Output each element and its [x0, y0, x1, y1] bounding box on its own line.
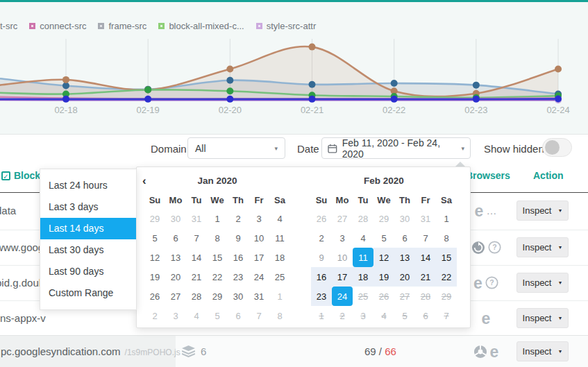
calendar-dow: Th [394, 191, 415, 209]
calendar-day[interactable]: 25 [269, 267, 290, 287]
calendar-day[interactable]: 21 [186, 267, 207, 287]
calendar-week-row: 16171819202122 [311, 267, 457, 287]
calendar-day-in[interactable]: 22 [436, 267, 457, 287]
menu-item-last-24-hours[interactable]: Last 24 hours [40, 175, 136, 196]
calendar-day[interactable]: 26 [144, 287, 165, 306]
legend-item-label: t-src [0, 21, 17, 31]
calendar-day[interactable]: 5 [144, 228, 165, 248]
calendar-day[interactable]: 12 [144, 248, 165, 267]
calendar-day[interactable]: 2 [311, 228, 332, 248]
calendar-day-in[interactable]: 23 [311, 287, 332, 306]
show-hidden-toggle[interactable] [542, 138, 572, 157]
calendar-day[interactable]: 23 [228, 267, 249, 287]
calendar-prev-icon[interactable]: ‹ [142, 175, 146, 187]
calendar-day-in[interactable]: 12 [373, 248, 394, 267]
calendar-day[interactable]: 10 [249, 228, 269, 248]
calendar-day-start[interactable]: 11 [353, 248, 373, 267]
layers-icon [182, 345, 195, 357]
calendar-day-in[interactable]: 14 [415, 248, 436, 267]
calendar-day[interactable]: 4 [353, 228, 373, 248]
inspect-button[interactable]: Inspect▼ [516, 237, 569, 257]
calendar-day[interactable]: 20 [165, 267, 186, 287]
calendar-day[interactable]: 4 [269, 209, 290, 228]
calendar-day-dis: 29 [436, 287, 457, 306]
calendar-day[interactable]: 8 [207, 228, 228, 248]
calendar-day-end[interactable]: 24 [332, 287, 353, 306]
calendar-day[interactable]: 3 [332, 228, 353, 248]
calendar-day-off: 5 [207, 306, 228, 325]
domain-select[interactable]: All ▾ [187, 137, 285, 159]
calendar-day[interactable]: 9 [228, 228, 249, 248]
calendar-day-in[interactable]: 19 [373, 267, 394, 287]
calendar-day-in[interactable]: 17 [332, 267, 353, 287]
calendar-day[interactable]: 27 [165, 287, 186, 306]
calendar-day-in[interactable]: 13 [394, 248, 415, 267]
calendar-day[interactable]: 7 [415, 228, 436, 248]
calendar-day-faded[interactable]: 10 [332, 248, 353, 267]
calendar-week-row: 1234567 [311, 306, 457, 325]
legend-item[interactable]: t-src [0, 21, 17, 31]
calendar-day[interactable]: 31 [249, 287, 269, 306]
calendar-day[interactable]: 3 [249, 209, 269, 228]
inspect-button[interactable]: Inspect▼ [516, 341, 569, 361]
calendar-day-in[interactable]: 16 [311, 267, 332, 287]
calendar-day-in[interactable]: 15 [436, 248, 457, 267]
calendar-day-dis: 7 [436, 306, 457, 325]
calendar-day[interactable]: 16 [228, 248, 249, 267]
inspect-button[interactable]: Inspect▼ [516, 200, 569, 221]
calendar-day-in[interactable]: 20 [394, 267, 415, 287]
calendar-day[interactable]: 1 [436, 209, 457, 228]
row-source-label: data [0, 205, 16, 216]
calendar-day[interactable]: 30 [228, 287, 249, 306]
legend-item[interactable]: block-all-mixed-c... [158, 21, 244, 31]
legend-item[interactable]: connect-src [29, 21, 86, 31]
menu-item-last-90-days[interactable]: Last 90 days [40, 261, 136, 282]
calendar-day[interactable]: 18 [269, 248, 290, 267]
calendar-week-row: 567891011 [144, 228, 290, 248]
calendar-day-in[interactable]: 21 [415, 267, 436, 287]
calendar-day-faded[interactable]: 9 [311, 248, 332, 267]
calendar-day[interactable]: 6 [394, 228, 415, 248]
calendar-day-off: 27 [332, 209, 353, 228]
calendar-day[interactable]: 13 [165, 248, 186, 267]
calendar-day[interactable]: 5 [373, 228, 394, 248]
calendar-day[interactable]: 8 [436, 228, 457, 248]
calendar-day[interactable]: 6 [165, 228, 186, 248]
calendar-day[interactable]: 24 [249, 267, 269, 287]
calendar-day[interactable]: 7 [186, 228, 207, 248]
calendar-dow: Su [311, 191, 332, 209]
calendar-day-in[interactable]: 18 [353, 267, 373, 287]
menu-item-last-30-days[interactable]: Last 30 days [40, 239, 136, 261]
x-axis-label: 02-20 [219, 105, 242, 115]
legend-item[interactable]: frame-src [98, 21, 146, 31]
calendar-day[interactable]: 14 [186, 248, 207, 267]
calendar-day-off: 30 [165, 209, 186, 228]
calendar-day-dis: 3 [353, 306, 373, 325]
chevron-down-icon: ▼ [557, 280, 562, 285]
menu-item-custom-range[interactable]: Custom Range [40, 282, 136, 304]
date-range-input[interactable]: Feb 11, 2020 - Feb 24, 2020 ▾ [321, 137, 471, 159]
legend-item[interactable]: style-src-attr [256, 21, 317, 31]
calendar-week-row: 2627282930311 [144, 287, 290, 306]
calendar-day[interactable]: 28 [186, 287, 207, 306]
row-source-label: ns-appx-v [0, 312, 46, 324]
column-header-browsers[interactable]: Browsers [466, 170, 510, 181]
checkbox-checked-icon[interactable]: ✓ [1, 171, 10, 180]
calendar-dow: Sa [269, 191, 290, 209]
calendar-day[interactable]: 29 [207, 287, 228, 306]
date-label: Date [297, 143, 319, 155]
calendar-day[interactable]: 11 [269, 228, 290, 248]
legend-swatch-icon [158, 23, 165, 29]
menu-item-last-14-days[interactable]: Last 14 days [40, 218, 136, 239]
inspect-button[interactable]: Inspect▼ [516, 273, 569, 293]
inspect-button[interactable]: Inspect▼ [516, 308, 569, 328]
calendar-day[interactable]: 17 [249, 248, 269, 267]
calendar-day[interactable]: 19 [144, 267, 165, 287]
calendar-day-off: 7 [249, 306, 269, 325]
calendar-day[interactable]: 1 [207, 209, 228, 228]
menu-item-last-3-days[interactable]: Last 3 days [40, 196, 136, 218]
calendar-day[interactable]: 2 [228, 209, 249, 228]
calendar-day[interactable]: 22 [207, 267, 228, 287]
data-point-series-royal-blue [555, 95, 562, 102]
calendar-day[interactable]: 15 [207, 248, 228, 267]
